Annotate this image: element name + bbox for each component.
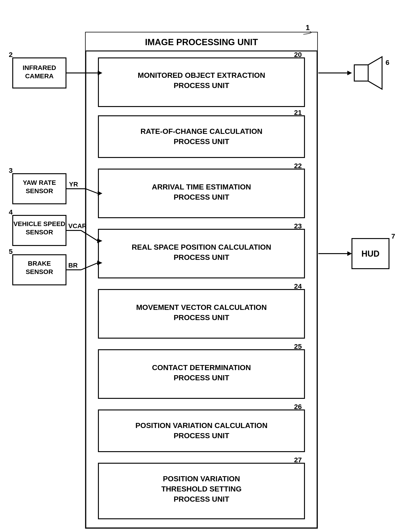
svg-text:BRAKE: BRAKE: [28, 260, 51, 267]
svg-text:POSITION VARIATION CALCULATION: POSITION VARIATION CALCULATION: [135, 421, 268, 430]
svg-text:IMAGE PROCESSING UNIT: IMAGE PROCESSING UNIT: [145, 37, 258, 47]
svg-text:23: 23: [294, 222, 302, 230]
svg-text:PROCESS UNIT: PROCESS UNIT: [174, 431, 229, 440]
svg-text:SENSOR: SENSOR: [26, 187, 53, 195]
svg-text:MONITORED OBJECT EXTRACTION: MONITORED OBJECT EXTRACTION: [138, 71, 265, 79]
svg-text:25: 25: [294, 342, 302, 350]
svg-text:2: 2: [9, 51, 13, 58]
svg-text:VEHICLE SPEED: VEHICLE SPEED: [13, 220, 65, 228]
diagram-svg: 1 20 21 22 23 24 25 26 27: [0, 9, 414, 532]
svg-text:24: 24: [294, 282, 302, 290]
svg-text:1: 1: [306, 23, 310, 32]
svg-rect-7: [98, 116, 304, 158]
svg-text:RATE-OF-CHANGE CALCULATION: RATE-OF-CHANGE CALCULATION: [141, 127, 263, 135]
svg-marker-44: [347, 71, 352, 75]
svg-text:20: 20: [294, 51, 302, 58]
svg-text:26: 26: [294, 403, 302, 410]
svg-text:BR: BR: [68, 262, 78, 269]
svg-rect-50: [352, 238, 389, 269]
diagram-container: 1 20 21 22 23 24 25 26 27: [0, 9, 414, 532]
svg-line-40: [81, 263, 98, 270]
svg-text:PROCESS UNIT: PROCESS UNIT: [174, 313, 229, 322]
svg-rect-15: [98, 350, 304, 398]
svg-text:PROCESS UNIT: PROCESS UNIT: [174, 253, 229, 261]
svg-rect-0: [86, 32, 317, 528]
svg-marker-37: [97, 238, 102, 243]
svg-text:6: 6: [386, 59, 389, 66]
svg-marker-30: [98, 71, 102, 75]
svg-text:REAL SPACE POSITION CALCULATIO: REAL SPACE POSITION CALCULATION: [132, 243, 271, 251]
svg-marker-46: [368, 57, 382, 89]
svg-text:MOVEMENT VECTOR CALCULATION: MOVEMENT VECTOR CALCULATION: [136, 303, 267, 312]
svg-text:3: 3: [9, 167, 13, 174]
svg-text:ARRIVAL TIME ESTIMATION: ARRIVAL TIME ESTIMATION: [152, 183, 251, 191]
svg-text:7: 7: [391, 232, 395, 240]
svg-rect-1: [86, 32, 317, 51]
svg-text:PROCESS UNIT: PROCESS UNIT: [174, 495, 229, 503]
svg-text:POSITION VARIATION: POSITION VARIATION: [163, 475, 240, 483]
svg-text:THRESHOLD SETTING: THRESHOLD SETTING: [161, 485, 242, 493]
svg-text:VCAR: VCAR: [68, 222, 87, 229]
svg-text:CAMERA: CAMERA: [25, 73, 54, 80]
svg-line-36: [81, 230, 98, 241]
svg-text:YR: YR: [69, 181, 78, 188]
svg-text:5: 5: [9, 247, 13, 255]
svg-marker-41: [97, 261, 102, 265]
svg-marker-49: [347, 251, 352, 256]
svg-rect-17: [98, 410, 304, 452]
svg-text:PROCESS UNIT: PROCESS UNIT: [174, 193, 229, 201]
svg-rect-23: [13, 174, 66, 204]
svg-text:PROCESS UNIT: PROCESS UNIT: [174, 137, 229, 146]
svg-line-32: [86, 189, 98, 193]
svg-marker-33: [98, 191, 102, 196]
svg-rect-21: [13, 58, 66, 88]
svg-rect-9: [98, 169, 304, 218]
svg-text:YAW RATE: YAW RATE: [23, 179, 56, 186]
svg-text:HUD: HUD: [361, 249, 379, 258]
svg-text:PROCESS UNIT: PROCESS UNIT: [174, 374, 229, 382]
svg-rect-19: [98, 463, 304, 519]
svg-text:SENSOR: SENSOR: [26, 228, 53, 236]
svg-rect-11: [98, 229, 304, 278]
svg-rect-5: [98, 58, 304, 106]
svg-text:21: 21: [294, 109, 302, 116]
svg-text:22: 22: [294, 162, 302, 170]
svg-text:PROCESS UNIT: PROCESS UNIT: [174, 81, 229, 90]
svg-text:INFRARED: INFRARED: [23, 64, 56, 71]
svg-text:4: 4: [9, 208, 13, 216]
svg-text:27: 27: [294, 456, 302, 464]
svg-rect-13: [98, 290, 304, 338]
svg-rect-25: [13, 215, 66, 246]
svg-rect-27: [13, 255, 66, 285]
svg-text:SENSOR: SENSOR: [26, 268, 53, 276]
svg-text:CONTACT DETERMINATION: CONTACT DETERMINATION: [152, 363, 251, 372]
svg-rect-45: [354, 65, 368, 81]
